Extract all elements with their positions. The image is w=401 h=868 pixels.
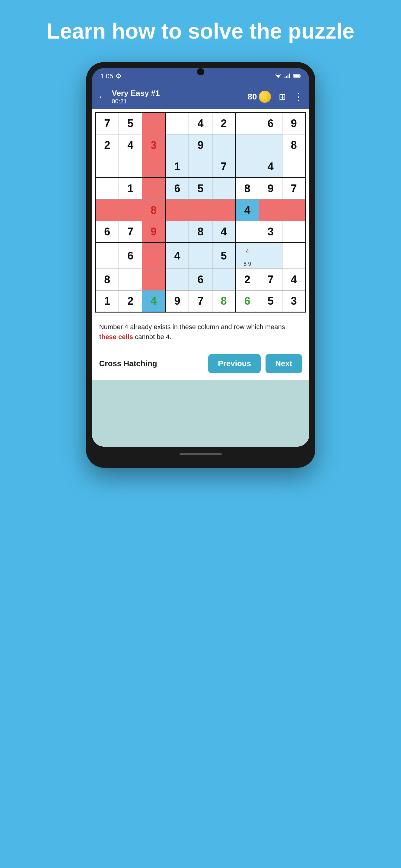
sudoku-cell[interactable] [189,199,212,221]
status-left: 1:05 ⚙ [101,72,122,80]
sudoku-cell[interactable]: 6 [236,290,259,312]
sudoku-cell[interactable]: 8 [212,290,235,312]
sudoku-cell[interactable]: 5 [119,113,142,134]
sudoku-cell[interactable]: 3 [282,290,306,312]
sudoku-cell[interactable]: 5 [212,243,235,269]
sudoku-cell[interactable]: 3 [142,134,165,156]
sudoku-cell[interactable]: 6 [259,113,282,134]
sudoku-cell[interactable]: 5 [189,178,212,199]
sudoku-cell[interactable] [212,199,235,221]
back-button[interactable]: ← [98,92,107,102]
sudoku-cell[interactable]: 9 [165,290,189,312]
sudoku-cell[interactable]: 7 [282,178,306,199]
sudoku-cell[interactable]: 8 [142,199,165,221]
sudoku-cell[interactable] [95,243,119,269]
sudoku-cell[interactable]: 4 [189,113,212,134]
sudoku-cell[interactable] [282,156,306,178]
sudoku-cell[interactable] [259,199,282,221]
sudoku-cell[interactable]: 4 [259,156,282,178]
sudoku-cell[interactable]: 4 [142,290,165,312]
sudoku-cell[interactable] [282,243,306,269]
sudoku-cell[interactable] [165,199,189,221]
sudoku-cell[interactable] [236,156,259,178]
signal-icon [285,72,290,80]
sudoku-cell[interactable]: 6 [189,269,212,290]
sudoku-cell[interactable]: 9 [142,221,165,243]
sudoku-cell[interactable] [165,134,189,156]
sudoku-cell[interactable]: 7 [212,156,235,178]
sudoku-cell[interactable] [119,156,142,178]
sudoku-cell[interactable] [95,156,119,178]
sudoku-cell[interactable] [259,243,282,269]
home-bar-indicator [179,453,222,455]
sudoku-cell[interactable] [119,199,142,221]
sudoku-cell[interactable]: 9 [282,113,306,134]
settings-icon: ⚙ [116,72,122,80]
sudoku-cell[interactable]: 5 [259,290,282,312]
sudoku-cell[interactable]: 6 [119,243,142,269]
sudoku-cell[interactable]: 48 9 [236,243,259,269]
sudoku-cell[interactable] [212,178,235,199]
sudoku-cell[interactable]: 4 [119,134,142,156]
sudoku-cell[interactable] [236,134,259,156]
puzzle-timer: 00:21 [112,98,243,105]
sudoku-cell[interactable]: 2 [95,134,119,156]
sudoku-cell[interactable] [212,134,235,156]
sudoku-cell[interactable]: 1 [165,156,189,178]
sudoku-cell[interactable]: 7 [259,269,282,290]
sudoku-cell[interactable]: 1 [95,290,119,312]
app-bar-title: Very Easy #1 00:21 [112,89,243,105]
sudoku-cell[interactable] [142,178,165,199]
sudoku-cell[interactable]: 1 [119,178,142,199]
sudoku-cell[interactable] [282,221,306,243]
sudoku-cell[interactable]: 4 [282,269,306,290]
sudoku-cell[interactable] [236,113,259,134]
sudoku-cell[interactable] [259,134,282,156]
sudoku-cell[interactable] [119,269,142,290]
svg-rect-5 [299,75,300,77]
sudoku-cell[interactable]: 9 [259,178,282,199]
sudoku-cell[interactable] [189,243,212,269]
sudoku-cell[interactable]: 2 [212,113,235,134]
description-part1: Number 4 already exists in these column … [99,323,285,331]
sudoku-cell[interactable]: 7 [189,290,212,312]
sudoku-cell[interactable] [165,113,189,134]
sudoku-cell[interactable]: 6 [95,221,119,243]
sudoku-cell[interactable]: 7 [119,221,142,243]
sudoku-cell[interactable] [189,156,212,178]
sudoku-cell[interactable] [236,221,259,243]
sudoku-cell[interactable]: 8 [282,134,306,156]
sudoku-cell[interactable]: 2 [119,290,142,312]
sudoku-cell[interactable]: 8 [95,269,119,290]
home-bar [92,447,309,462]
sudoku-cell[interactable] [165,269,189,290]
sudoku-grid: 754269243981741658978467984364548 986274… [95,112,306,313]
sudoku-cell[interactable] [142,243,165,269]
sudoku-cell[interactable] [142,156,165,178]
next-button[interactable]: Next [265,354,302,373]
sudoku-cell[interactable] [142,269,165,290]
sudoku-cell[interactable] [212,269,235,290]
menu-icon[interactable]: ⋮ [294,91,303,102]
sudoku-cell[interactable] [95,178,119,199]
grid-view-icon[interactable]: ⊞ [279,92,286,102]
sudoku-cell[interactable]: 4 [165,243,189,269]
description-text: Number 4 already exists in these column … [99,322,302,342]
status-right [275,72,301,80]
sudoku-cell[interactable]: 6 [165,178,189,199]
sudoku-cell[interactable]: 2 [236,269,259,290]
sudoku-cell[interactable]: 8 [189,221,212,243]
sudoku-cell[interactable]: 7 [95,113,119,134]
sudoku-cell[interactable]: 4 [212,221,235,243]
previous-button[interactable]: Previous [208,354,261,373]
page-title: Learn how to solve the puzzle [34,18,366,44]
wifi-icon [275,72,282,80]
sudoku-cell[interactable] [282,199,306,221]
sudoku-cell[interactable] [95,199,119,221]
sudoku-cell[interactable]: 8 [236,178,259,199]
sudoku-cell[interactable]: 3 [259,221,282,243]
sudoku-cell[interactable] [165,221,189,243]
sudoku-cell[interactable]: 4 [236,199,259,221]
sudoku-cell[interactable]: 9 [189,134,212,156]
sudoku-cell[interactable] [142,113,165,134]
